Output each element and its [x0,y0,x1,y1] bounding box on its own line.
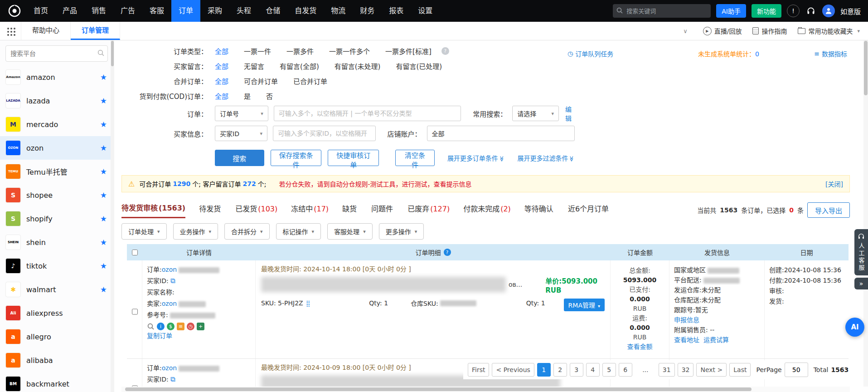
search-button[interactable]: 搜索 [215,150,264,166]
tab-pending-audit[interactable]: 待发货审核(1563) [121,202,185,218]
favorite-star-icon[interactable]: ★ [100,120,107,129]
global-search-input[interactable] [626,7,707,15]
filter-option[interactable]: 一票一件多个 [329,46,370,56]
tab-shipped[interactable]: 已发货(103) [235,203,277,218]
favorite-star-icon[interactable]: ★ [100,214,107,223]
platform-item-shein[interactable]: SHEIN shein ★ [0,230,114,254]
favorite-star-icon[interactable]: ★ [100,96,107,105]
filter-option[interactable]: 一票一件 [244,46,271,56]
guide-link[interactable]: 操作指南 [752,26,787,35]
view-address-link[interactable]: 查看地址 [674,336,699,343]
quick-search-select[interactable]: 请选择 [512,106,559,121]
tab-frozen[interactable]: 冻结中(17) [291,203,329,218]
favorite-star-icon[interactable]: ★ [100,143,107,152]
menu-warehouse[interactable]: 仓储 [258,0,287,22]
favorites-link[interactable]: 常用功能收藏夹 [798,26,860,35]
rma-manage-button[interactable]: RMA管理 [564,299,605,311]
sku-grid-icon[interactable]: ⣿ [306,300,310,307]
menu-ads[interactable]: 广告 [113,0,142,22]
payment-icon[interactable]: $ [167,323,175,330]
more-ops-dropdown[interactable]: 更多操作 [379,223,424,240]
order-number-input[interactable] [274,106,461,121]
filter-option[interactable]: 已合并订单 [293,76,327,86]
user-avatar[interactable] [822,5,835,17]
zoom-icon[interactable] [147,323,155,330]
favorite-star-icon[interactable]: ★ [100,167,107,176]
vertical-scrollbar-thumb[interactable] [864,41,868,95]
menu-first-leg[interactable]: 头程 [229,0,258,22]
order-process-dropdown[interactable]: 订单处理 [121,223,167,240]
mark-ops-dropdown[interactable]: 标记操作 [276,223,321,240]
page-number-button[interactable]: 31 [659,363,675,377]
tab-abandoned[interactable]: 已废弃(127) [407,203,450,218]
global-search[interactable] [613,4,711,18]
tab-help-center[interactable]: 帮助中心 [21,22,71,40]
expand-order-conditions-link[interactable]: 展开更多订单条件≫ [447,153,505,162]
page-number-button[interactable]: 32 [678,363,694,377]
apps-grid-icon[interactable] [0,22,21,40]
mergeable-count[interactable]: 1290 [173,180,190,187]
page-last-button[interactable]: Last [729,363,751,377]
favorite-star-icon[interactable]: ★ [100,285,107,294]
vertical-scrollbar[interactable] [863,40,868,387]
expand-filter-conditions-link[interactable]: 展开更多过滤条件≫ [517,153,575,162]
announcement-icon[interactable]: ! [787,5,800,17]
favorite-star-icon[interactable]: ★ [100,261,107,270]
copy-order-link[interactable]: 复制订单 [147,332,172,339]
filter-option[interactable]: 全部 [215,76,228,86]
page-first-button[interactable]: First [468,363,489,377]
tabs-dropdown-icon[interactable]: ∨ [683,28,688,34]
page-number-button[interactable]: 5 [602,363,616,377]
headset-icon[interactable] [805,5,817,17]
menu-self-shipping[interactable]: 自发货 [287,0,324,22]
tab-out-of-stock[interactable]: 缺货 [342,203,358,218]
favorite-star-icon[interactable]: ★ [100,238,107,247]
notice-close-link[interactable]: [关闭] [825,179,843,188]
filter-option[interactable]: 有留言(未处理) [335,61,381,71]
filter-option[interactable]: 无留言 [244,61,264,71]
info-icon[interactable]: i [157,323,165,330]
filter-option[interactable]: 有留言(已处理) [396,61,442,71]
menu-settings[interactable]: 设置 [411,0,440,22]
filter-option[interactable]: 是 [244,91,251,101]
menu-orders[interactable]: 订单 [171,0,200,22]
platform-item-mercado[interactable]: M mercado ★ [0,113,114,136]
time-icon[interactable]: ◷ [187,323,194,330]
clear-conditions-button[interactable]: 清空条件 [395,150,435,166]
page-number-button[interactable]: 3 [570,363,583,377]
live-replay-link[interactable]: ▶直播/回放 [703,26,742,35]
order-type-select[interactable]: 订单号 [215,106,268,121]
declaration-link[interactable]: 申报信息 [674,316,699,323]
ungenerated-count-link[interactable]: 0 [755,50,759,58]
page-number-button[interactable]: 4 [586,363,600,377]
ai-assistant-button[interactable]: AI助手 [716,4,746,18]
horizontal-scrollbar[interactable] [121,387,850,392]
copy-icon[interactable]: ⧉ [170,277,175,285]
page-prev-button[interactable]: < Previous [492,363,534,377]
business-ops-dropdown[interactable]: 业务操作 [173,223,218,240]
filter-option[interactable]: 全部 [215,61,228,71]
per-page-input[interactable] [785,363,808,377]
menu-sales[interactable]: 销售 [84,0,113,22]
menu-logistics[interactable]: 物流 [324,0,353,22]
favorite-star-icon[interactable]: ★ [100,191,107,200]
platform-item-temu[interactable]: TEMU Temu半托管 ★ [0,160,114,183]
quick-audit-button[interactable]: 快捷审核订单 [328,150,379,166]
menu-reports[interactable]: 报表 [382,0,411,22]
collapse-widget-button[interactable]: » [854,278,868,289]
tab-to-ship[interactable]: 待发货 [199,203,222,218]
order-number-link[interactable]: ozon [162,364,177,372]
message-order-count[interactable]: 272 [242,180,256,187]
app-logo-icon[interactable] [7,4,22,18]
platform-item-backmarket[interactable]: BM backmarket [0,372,114,392]
tab-awaiting-confirm[interactable]: 等待确认 [524,203,554,218]
human-service-widget[interactable]: 人工客服 [854,229,868,275]
filter-option[interactable]: 否 [266,91,273,101]
platform-item-shopee[interactable]: S shopee ★ [0,183,114,207]
platform-item-amazon[interactable]: Amazon amazon ★ [0,65,114,89]
filter-option[interactable]: 可合并订单 [244,76,278,86]
filter-option[interactable]: 全部 [215,46,228,56]
menu-customer-service[interactable]: 客服 [142,0,171,22]
platform-search[interactable] [5,45,108,62]
horizontal-scrollbar-thumb[interactable] [125,387,752,391]
